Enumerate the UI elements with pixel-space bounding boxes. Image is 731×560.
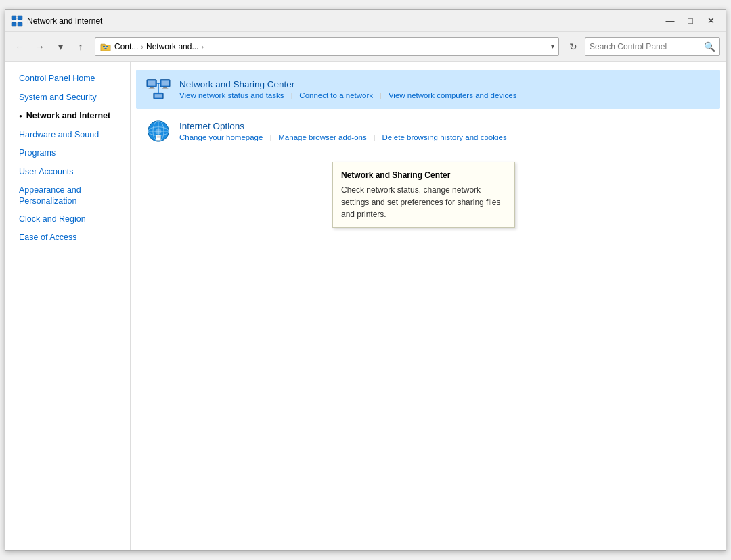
view-computers-link[interactable]: View network computers and devices bbox=[389, 91, 517, 99]
delete-browsing-history-link[interactable]: Delete browsing history and cookies bbox=[382, 133, 507, 141]
sidebar-item-appearance-and-personalization[interactable]: Appearance andPersonalization bbox=[5, 181, 130, 210]
refresh-button[interactable]: ↻ bbox=[564, 38, 582, 55]
svg-rect-3 bbox=[18, 22, 22, 26]
tooltip-title: Network and Sharing Center bbox=[341, 169, 506, 181]
svg-rect-15 bbox=[148, 80, 156, 85]
main-area: Control Panel Home System and Security ●… bbox=[5, 62, 726, 550]
network-sharing-title[interactable]: Network and Sharing Center bbox=[179, 79, 712, 89]
internet-options-links: Change your homepage | Manage browser ad… bbox=[179, 133, 712, 141]
svg-rect-20 bbox=[163, 87, 167, 88]
minimize-button[interactable]: — bbox=[661, 14, 680, 28]
sidebar-item-ease-of-access[interactable]: Ease of Access bbox=[5, 229, 130, 248]
svg-rect-10 bbox=[106, 46, 108, 47]
active-bullet: ● bbox=[19, 112, 22, 120]
address-folder-icon bbox=[99, 41, 112, 53]
svg-rect-11 bbox=[105, 47, 107, 49]
network-sharing-icon bbox=[144, 75, 173, 103]
sidebar-item-network-and-internet: ● Network and Internet bbox=[5, 107, 130, 126]
svg-rect-21 bbox=[162, 88, 168, 89]
maximize-button[interactable]: □ bbox=[681, 14, 700, 28]
sidebar-label: Appearance andPersonalization bbox=[19, 185, 81, 207]
svg-rect-1 bbox=[18, 16, 22, 20]
sidebar-label: Hardware and Sound bbox=[19, 129, 99, 141]
internet-options-title[interactable]: Internet Options bbox=[179, 121, 712, 131]
sidebar-label: System and Security bbox=[19, 92, 97, 104]
sidebar-item-control-panel-home[interactable]: Control Panel Home bbox=[5, 70, 130, 89]
svg-point-31 bbox=[156, 129, 162, 135]
internet-options-body: Internet Options Change your homepage | … bbox=[179, 117, 712, 145]
up-button[interactable]: ↑ bbox=[72, 38, 89, 55]
back-button[interactable]: ← bbox=[11, 38, 28, 55]
internet-options-icon bbox=[144, 117, 173, 145]
category-row-network-sharing: Network and Sharing Center View network … bbox=[136, 70, 720, 109]
content-panel: Network and Sharing Center View network … bbox=[131, 62, 726, 550]
sidebar-item-programs[interactable]: Programs bbox=[5, 144, 130, 163]
address-path: Cont... › Network and... › bbox=[114, 42, 204, 51]
search-icon[interactable]: 🔍 bbox=[704, 41, 715, 52]
sidebar: Control Panel Home System and Security ●… bbox=[5, 62, 131, 550]
window-controls: — □ ✕ bbox=[661, 14, 720, 28]
address-part-2: Network and... bbox=[146, 42, 198, 51]
search-input[interactable] bbox=[590, 42, 704, 51]
recent-pages-button[interactable]: ▾ bbox=[51, 38, 69, 55]
sidebar-label: Control Panel Home bbox=[19, 73, 95, 85]
svg-rect-17 bbox=[149, 88, 155, 89]
search-bar: 🔍 bbox=[585, 37, 720, 56]
sidebar-item-system-and-security[interactable]: System and Security bbox=[5, 89, 130, 108]
sidebar-label: User Accounts bbox=[19, 166, 74, 179]
tooltip: Network and Sharing Center Check network… bbox=[332, 162, 515, 228]
svg-rect-2 bbox=[12, 22, 16, 26]
view-network-status-link[interactable]: View network status and tasks bbox=[179, 91, 284, 99]
category-row-internet-options: Internet Options Change your homepage | … bbox=[136, 112, 720, 151]
sidebar-item-hardware-and-sound[interactable]: Hardware and Sound bbox=[5, 126, 130, 145]
window-title: Network and Internet bbox=[27, 16, 661, 26]
sidebar-label: Clock and Region bbox=[19, 214, 86, 226]
svg-rect-32 bbox=[156, 135, 160, 140]
sidebar-item-user-accounts[interactable]: User Accounts bbox=[5, 163, 130, 182]
sidebar-label: Programs bbox=[19, 147, 56, 160]
connect-to-network-link[interactable]: Connect to a network bbox=[299, 91, 373, 99]
manage-addons-link[interactable]: Manage browser add-ons bbox=[278, 133, 366, 141]
sidebar-item-clock-and-region[interactable]: Clock and Region bbox=[5, 210, 130, 229]
sidebar-label: Ease of Access bbox=[19, 232, 76, 244]
svg-rect-19 bbox=[162, 80, 169, 85]
forward-button[interactable]: → bbox=[31, 38, 49, 55]
change-homepage-link[interactable]: Change your homepage bbox=[179, 133, 263, 141]
svg-rect-16 bbox=[150, 87, 153, 88]
title-bar: Network and Internet — □ ✕ bbox=[5, 10, 726, 32]
close-button[interactable]: ✕ bbox=[701, 14, 720, 28]
network-sharing-links: View network status and tasks | Connect … bbox=[179, 91, 712, 99]
svg-rect-9 bbox=[103, 46, 105, 47]
sidebar-label: Network and Internet bbox=[26, 110, 110, 122]
network-sharing-body: Network and Sharing Center View network … bbox=[179, 75, 712, 103]
navigation-bar: ← → ▾ ↑ Cont... › Networ bbox=[5, 32, 726, 62]
main-window: Network and Internet — □ ✕ ← → ▾ ↑ bbox=[5, 9, 726, 551]
svg-rect-25 bbox=[155, 94, 162, 97]
tooltip-description: Check network status, change network set… bbox=[341, 184, 506, 220]
svg-rect-0 bbox=[12, 16, 16, 20]
address-bar[interactable]: Cont... › Network and... › ▾ bbox=[95, 37, 559, 56]
address-part-1: Cont... bbox=[114, 42, 138, 51]
address-dropdown-button[interactable]: ▾ bbox=[551, 43, 554, 50]
titlebar-icon bbox=[11, 15, 23, 27]
